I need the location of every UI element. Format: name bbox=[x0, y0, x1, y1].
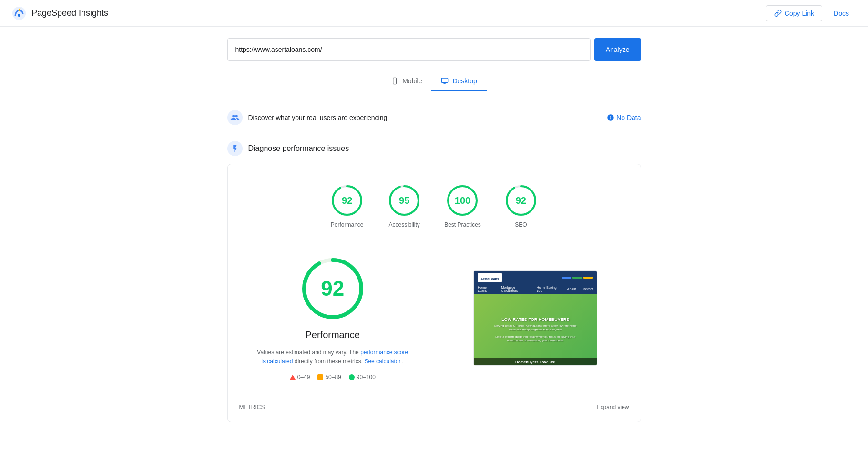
tab-desktop[interactable]: Desktop bbox=[431, 72, 486, 91]
detail-divider bbox=[434, 255, 434, 380]
score-circle-accessibility: 95 bbox=[387, 183, 421, 218]
tab-mobile[interactable]: Mobile bbox=[381, 72, 431, 91]
app-header: PageSpeed Insights Copy Link Docs bbox=[0, 0, 868, 27]
green-dot-icon bbox=[349, 374, 355, 380]
tab-row: Mobile Desktop bbox=[227, 72, 641, 91]
metrics-footer: METRICS Expand view bbox=[239, 396, 629, 410]
score-value-accessibility: 95 bbox=[399, 195, 409, 206]
score-label-seo: SEO bbox=[515, 221, 527, 228]
orange-square-icon bbox=[317, 374, 323, 380]
header-logo-area: PageSpeed Insights bbox=[11, 6, 108, 21]
thumb-body: LOW RATES FOR HOMEBUYERS Serving Texas &… bbox=[474, 294, 597, 366]
tab-mobile-label: Mobile bbox=[402, 77, 422, 85]
analyze-button[interactable]: Analyze bbox=[594, 38, 641, 61]
tab-desktop-label: Desktop bbox=[452, 77, 477, 85]
link-icon bbox=[774, 10, 782, 17]
score-label-performance: Performance bbox=[331, 221, 364, 228]
score-value-seo: 92 bbox=[516, 195, 526, 206]
thumb-subtext4: dream home or refinancing your current o… bbox=[503, 339, 568, 342]
real-users-banner: Discover what your real users are experi… bbox=[227, 102, 641, 133]
docs-button[interactable]: Docs bbox=[826, 6, 857, 21]
detail-description: Values are estimated and may vary. The p… bbox=[256, 348, 409, 366]
calculator-link[interactable]: See calculator bbox=[364, 358, 400, 365]
no-data-link[interactable]: No Data bbox=[607, 114, 641, 121]
mobile-icon bbox=[391, 77, 398, 85]
metrics-label: METRICS bbox=[239, 404, 265, 410]
website-thumbnail: AertaLoans Home Loans Mortgage Calculato… bbox=[473, 270, 597, 366]
legend-orange: 50–89 bbox=[317, 374, 341, 380]
scores-row: 92 Performance 95 Accessibility bbox=[239, 176, 629, 240]
detail-left: 92 Performance Values are estimated and … bbox=[247, 255, 419, 380]
real-users-text: Discover what your real users are experi… bbox=[248, 114, 388, 121]
thumb-subtext2: loans with many programs to fit everyone… bbox=[505, 328, 566, 331]
score-circle-performance: 92 bbox=[330, 183, 364, 218]
expand-view-link[interactable]: Expand view bbox=[596, 404, 629, 410]
thumb-nav: Home Loans Mortgage Calculators Home Buy… bbox=[474, 284, 597, 294]
score-value-performance: 92 bbox=[342, 195, 352, 206]
diagnose-icon bbox=[227, 141, 243, 156]
no-data-text: No Data bbox=[616, 114, 641, 121]
score-item-performance[interactable]: 92 Performance bbox=[330, 183, 364, 228]
legend-red-label: 0–49 bbox=[297, 374, 310, 380]
detail-title: Performance bbox=[306, 330, 360, 340]
thumb-footer-bar: Homebuyers Love Us! bbox=[474, 358, 597, 366]
thumb-header: AertaLoans bbox=[474, 271, 597, 284]
main-content: https://www.asertaloans.com/ Analyze Mob… bbox=[220, 27, 649, 441]
thumb-subtext1: Serving Texas & Florida, AsertaLoans off… bbox=[490, 324, 581, 328]
real-users-left: Discover what your real users are experi… bbox=[227, 110, 388, 125]
score-circle-best-practices: 100 bbox=[445, 183, 480, 218]
score-label-best-practices: Best Practices bbox=[444, 221, 481, 228]
detail-section: 92 Performance Values are estimated and … bbox=[239, 240, 629, 396]
svg-point-0 bbox=[12, 7, 26, 20]
diagnose-header: Diagnose performance issues bbox=[227, 133, 641, 164]
url-input[interactable]: https://www.asertaloans.com/ bbox=[227, 38, 591, 61]
score-item-accessibility[interactable]: 95 Accessibility bbox=[387, 183, 421, 228]
copy-link-button[interactable]: Copy Link bbox=[766, 5, 822, 21]
legend-green-label: 90–100 bbox=[357, 374, 376, 380]
score-circle-seo: 92 bbox=[504, 183, 538, 218]
legend-orange-label: 50–89 bbox=[325, 374, 341, 380]
thumb-logo: AertaLoans bbox=[478, 273, 502, 282]
score-label-accessibility: Accessibility bbox=[388, 221, 419, 228]
pagespeed-logo-icon bbox=[11, 6, 27, 21]
score-item-best-practices[interactable]: 100 Best Practices bbox=[444, 183, 481, 228]
detail-right: AertaLoans Home Loans Mortgage Calculato… bbox=[449, 255, 622, 380]
thumb-headline: LOW RATES FOR HOMEBUYERS bbox=[498, 317, 573, 322]
big-score-circle: 92 bbox=[299, 255, 366, 322]
info-circle-icon bbox=[607, 114, 614, 121]
lightning-icon bbox=[231, 144, 239, 153]
copy-link-label: Copy Link bbox=[785, 10, 814, 17]
big-score-value: 92 bbox=[321, 277, 344, 300]
red-triangle-icon bbox=[290, 375, 296, 380]
score-value-best-practices: 100 bbox=[455, 195, 470, 206]
legend-green: 90–100 bbox=[349, 374, 376, 380]
svg-point-1 bbox=[18, 14, 20, 17]
diagnose-text: Diagnose performance issues bbox=[248, 144, 349, 153]
desktop-icon bbox=[441, 77, 449, 85]
score-item-seo[interactable]: 92 SEO bbox=[504, 183, 538, 228]
header-actions: Copy Link Docs bbox=[766, 5, 857, 21]
people-icon bbox=[230, 113, 240, 122]
app-title: PageSpeed Insights bbox=[31, 8, 108, 18]
legend-red: 0–49 bbox=[290, 374, 310, 380]
svg-rect-4 bbox=[442, 78, 448, 82]
svg-rect-2 bbox=[393, 78, 397, 84]
score-card: 92 Performance 95 Accessibility bbox=[227, 164, 641, 422]
search-row: https://www.asertaloans.com/ Analyze bbox=[227, 38, 641, 61]
thumb-subtext3: Let our experts guide you today while yo… bbox=[491, 335, 579, 339]
legend-row: 0–49 50–89 90–100 bbox=[290, 374, 376, 380]
real-users-icon bbox=[227, 110, 243, 125]
